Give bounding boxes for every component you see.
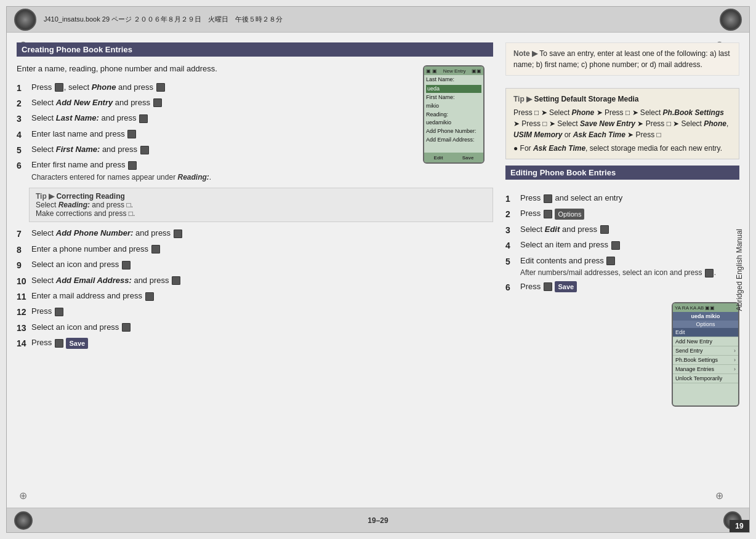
step-3: 3 Select Last Name: and press <box>17 112 493 126</box>
key-icon-5 <box>140 146 149 154</box>
step-8: 8 Enter a phone number and press <box>17 243 493 257</box>
step-5: 5 Select First Name: and press <box>17 143 493 157</box>
key-icon-12 <box>55 308 63 316</box>
step-6: 6 Enter first name and press Characters … <box>17 159 493 183</box>
phone2-status-space: ▣▣ <box>705 305 715 311</box>
step-content-12: Press <box>31 305 493 317</box>
step-11: 11 Enter a mail address and press <box>17 290 493 303</box>
key-icon-13 <box>122 323 131 332</box>
step-num-14: 14 <box>17 337 28 350</box>
main-content: Creating Phone Book Entries Enter a name… <box>7 33 749 508</box>
phone2-menu-send: Send Entry › <box>673 346 738 356</box>
step-12: 12 Press <box>17 305 493 319</box>
phone2-menu-phbook: Ph.Book Settings › <box>673 356 738 365</box>
phone-field-lastname-label: Last Name: <box>426 76 481 84</box>
key-icon-8 <box>151 245 160 254</box>
footer: 19–29 <box>7 508 749 532</box>
key-icon-e6 <box>544 282 552 291</box>
key-icon-10 <box>172 276 180 285</box>
phone-status-title: New Entry <box>443 68 466 74</box>
note-text: To save an entry, enter at least one of … <box>513 49 730 69</box>
tip-header-correcting: Correcting Reading <box>56 192 124 201</box>
step-num-3: 3 <box>17 112 28 126</box>
key-icon-e1 <box>544 194 552 203</box>
step-4: 4 Enter last name and press <box>17 128 493 142</box>
key-icon-3 <box>139 114 148 123</box>
footer-ornament-left <box>14 511 33 530</box>
step-num-8: 8 <box>17 243 28 257</box>
key-icon-11 <box>145 292 154 301</box>
edit-step-content-1: Press and select an entry <box>520 192 739 204</box>
corner-ornament-tl <box>14 9 36 31</box>
step-num-1: 1 <box>17 81 28 95</box>
step-2: 2 Select Add New Entry and press <box>17 97 493 110</box>
edit-step-num-2: 2 <box>505 207 517 221</box>
phone-field-reading-label: Reading: <box>426 111 481 119</box>
phone-bottom-bar: Edit Save <box>424 153 483 162</box>
edit-step-content-2: Press Options <box>520 207 739 220</box>
tip-line-2: Make corrections and press □. <box>36 209 135 218</box>
edit-step-5: 5 Edit contents and press After numbers/… <box>505 255 739 279</box>
step-content-11: Enter a mail address and press <box>31 290 493 302</box>
creating-steps: 1 Press , select Phone and press 2 Selec… <box>17 81 493 183</box>
edit-step-content-6: Press Save <box>520 281 739 293</box>
page-number-box: 19 <box>730 520 749 532</box>
key-icon-14 <box>55 339 63 348</box>
phone-field-email-label: Add Email Address: <box>426 137 481 144</box>
step-num-5: 5 <box>17 143 28 157</box>
phone-bottom-save: Save <box>462 155 474 161</box>
step-10: 10 Select Add Email Address: and press <box>17 274 493 288</box>
step-content-14: Press Save <box>31 337 493 349</box>
header-text: J410_insatsu.book 29 ページ ２００６年８月２９日 火曜日 … <box>44 15 283 24</box>
tip-right-label: Tip ▶ <box>513 95 534 103</box>
page-container: J410_insatsu.book 29 ページ ２００６年８月２９日 火曜日 … <box>6 6 750 533</box>
step-num-7: 7 <box>17 227 28 241</box>
key-icon-e5b <box>705 269 714 277</box>
page-number-bottom: 19–29 <box>368 516 388 525</box>
phone-field-firstname-val: mikio <box>426 103 481 110</box>
step-num-13: 13 <box>17 321 28 335</box>
phone-field-lastname-val: ueda <box>426 85 481 94</box>
step-content-7: Select Add Phone Number: and press <box>31 227 493 239</box>
phone-status-right: ▣▣ <box>472 68 481 74</box>
phone2-menu-manage: Manage Entries › <box>673 365 738 374</box>
edit-step-num-4: 4 <box>505 239 517 252</box>
phone2-menu-add-new: Add New Entry <box>673 337 738 346</box>
phone2-name: ueda mikio <box>691 313 720 319</box>
edit-step-num-6: 6 <box>505 281 517 294</box>
left-column: Creating Phone Book Entries Enter a name… <box>17 42 493 503</box>
editing-steps: 1 Press and select an entry 2 Press Opti… <box>505 192 739 296</box>
step-num-6: 6 <box>17 159 28 172</box>
phone2-name-bar: ueda mikio <box>673 312 738 321</box>
right-sidebar: Abridged English Manual <box>730 33 749 508</box>
tip-right-header: Setting Default Storage Media <box>534 95 638 103</box>
key-icon-e4 <box>611 241 620 250</box>
phone-field-reading-val: uedamikio <box>426 119 481 127</box>
edit-step-1: 1 Press and select an entry <box>505 192 739 206</box>
edit-step-num-3: 3 <box>505 223 517 237</box>
creating-steps-2: 7 Select Add Phone Number: and press 8 E… <box>17 227 493 350</box>
phone2-status-icons: YA RA KA AB <box>675 305 704 311</box>
edit-step-content-4: Select an item and press <box>520 239 739 251</box>
step-content-13: Select an icon and press <box>31 321 493 333</box>
header-bar: J410_insatsu.book 29 ページ ２００６年８月２９日 火曜日 … <box>7 7 749 33</box>
edit-step-num-1: 1 <box>505 192 517 206</box>
edit-step-num-5: 5 <box>505 255 517 268</box>
edit-step-6: 6 Press Save <box>505 281 739 294</box>
intro-text: Enter a name, reading, phone number and … <box>17 63 493 75</box>
step-content-10: Select Add Email Address: and press <box>31 274 493 287</box>
edit-step-4: 4 Select an item and press <box>505 239 739 252</box>
save-label-creating: Save <box>66 338 88 349</box>
edit-step-2: 2 Press Options <box>505 207 739 221</box>
step-num-11: 11 <box>17 290 28 303</box>
phone2-options-bar: Options <box>673 321 738 328</box>
save-label-editing: Save <box>555 281 577 293</box>
phone-status-bar: ▣ ▣ New Entry ▣▣ <box>424 66 483 75</box>
tip-right-header-line: Tip ▶ Setting Default Storage Media <box>513 94 731 105</box>
phone-field-phone-label: Add Phone Number: <box>426 128 481 135</box>
phone-screen-content: Last Name: ueda First Name: mikio Readin… <box>424 75 483 146</box>
tip-line-1: Select Reading: and press □. <box>36 201 133 209</box>
edit-step-content-3: Select Edit and press <box>520 223 739 236</box>
tip-right-box: Tip ▶ Setting Default Storage Media Pres… <box>505 88 739 159</box>
key-icon-e5 <box>606 257 615 265</box>
